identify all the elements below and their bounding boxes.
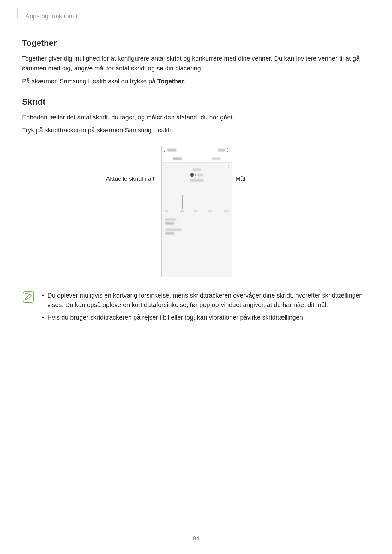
note-icon xyxy=(23,291,34,303)
paragraph: Tryk på skridttrackeren på skærmen Samsu… xyxy=(22,125,370,135)
tick xyxy=(180,210,184,212)
text: På skærmen Samsung Health skal du trykke… xyxy=(22,78,157,85)
blurred-text xyxy=(165,228,181,231)
page-number: 94 xyxy=(0,535,392,542)
blurred-text xyxy=(165,232,174,235)
blurred-text xyxy=(165,222,174,225)
tick xyxy=(165,210,168,212)
callout-current-steps: Aktuelle skridt i alt xyxy=(106,175,154,182)
blurred-text xyxy=(173,157,182,160)
breadcrumb: Apps og funktioner xyxy=(25,13,370,20)
paragraph: På skærmen Samsung Health skal du trykke… xyxy=(22,76,370,86)
note-item: Du oplever muligvis en kortvarig forsink… xyxy=(40,291,370,310)
shoe-icon xyxy=(190,173,194,177)
blurred-text xyxy=(190,179,203,182)
section-together: Together Together giver dig mulighed for… xyxy=(22,38,370,86)
note-block: Du oplever muligvis en kortvarig forsink… xyxy=(22,291,370,325)
paragraph: Enheden tæller det antal skridt, du tage… xyxy=(22,112,370,122)
page-content: Apps og funktioner Together Together giv… xyxy=(0,0,392,338)
info-icon: i xyxy=(226,165,229,168)
heading-skridt: Skridt xyxy=(22,97,370,107)
callout-goal: Mål xyxy=(236,175,245,182)
bold-label: Together xyxy=(157,78,184,85)
stat-rows xyxy=(165,216,229,237)
phone-topbar: ‹ ⋮ xyxy=(162,146,232,155)
chart-bar xyxy=(182,195,183,209)
more-icon: ⋮ xyxy=(226,148,230,153)
section-skridt: Skridt Enheden tæller det antal skridt, … xyxy=(22,97,370,135)
phone-tabs xyxy=(162,155,232,163)
paragraph: Together giver dig mulighed for at konfi… xyxy=(22,54,370,73)
blurred-text xyxy=(167,149,176,152)
separator: / xyxy=(195,173,196,177)
blurred-text xyxy=(193,168,201,171)
chart-ticks xyxy=(164,210,229,213)
phone-screenshot: ‹ ⋮ i / xyxy=(161,146,232,277)
tick xyxy=(194,210,197,212)
tick xyxy=(208,210,212,212)
steps-chart xyxy=(164,190,229,209)
blurred-text xyxy=(197,174,203,176)
blurred-text xyxy=(212,157,221,160)
blurred-text xyxy=(165,218,176,221)
figure-steps-tracker: Aktuelle skridt i alt Mål ‹ ⋮ i / xyxy=(70,146,323,282)
pencil-note-icon xyxy=(24,293,33,301)
blurred-text xyxy=(218,149,225,152)
stat-row xyxy=(165,226,229,237)
tick xyxy=(224,210,229,212)
stat-row xyxy=(165,216,229,226)
note-list: Du oplever muligvis en kortvarig forsink… xyxy=(40,291,370,325)
note-item: Hvis du bruger skridttrackeren på rejser… xyxy=(40,313,370,322)
heading-together: Together xyxy=(22,38,370,48)
header-rule xyxy=(17,8,18,18)
back-icon: ‹ xyxy=(164,148,165,153)
steps-row: / xyxy=(162,173,232,177)
steps-display: / xyxy=(162,168,232,182)
text: . xyxy=(184,78,186,85)
